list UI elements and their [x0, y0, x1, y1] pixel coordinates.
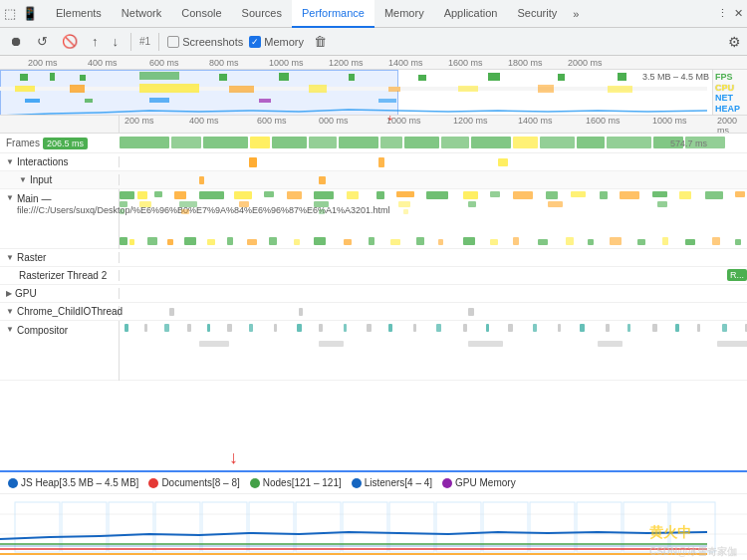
listeners-legend: Listeners[4 – 4]	[352, 477, 432, 488]
svg-rect-121	[299, 308, 303, 316]
settings-icon[interactable]: ✕	[734, 7, 743, 20]
frames-track[interactable]: 574.7 ms	[120, 134, 747, 152]
svg-rect-0	[20, 74, 28, 81]
svg-rect-130	[274, 324, 277, 332]
interactions-row: ▼ Interactions	[0, 153, 747, 171]
svg-rect-16	[309, 85, 327, 93]
interactions-triangle[interactable]: ▼	[6, 157, 14, 166]
svg-rect-39	[577, 137, 605, 148]
svg-rect-96	[269, 237, 277, 245]
main-triangle[interactable]: ▼	[6, 193, 14, 202]
gpu-content[interactable]	[120, 285, 747, 302]
svg-rect-145	[627, 324, 630, 332]
rasterizer-content[interactable]: R...	[120, 267, 747, 284]
svg-rect-71	[735, 191, 745, 197]
screenshots-checkbox-box[interactable]	[167, 36, 179, 48]
input-triangle[interactable]: ▼	[19, 175, 27, 184]
screenshots-checkbox[interactable]: Screenshots	[167, 36, 243, 48]
raster-content[interactable]	[120, 249, 747, 266]
input-content[interactable]	[120, 171, 747, 188]
raster-label: ▼ Raster	[0, 252, 120, 263]
svg-rect-93	[207, 239, 215, 245]
rasterizer-row: Rasterizer Thread 2 R...	[0, 267, 747, 285]
svg-rect-113	[685, 239, 695, 245]
svg-rect-62	[490, 191, 500, 197]
tab-sources[interactable]: Sources	[232, 0, 292, 28]
stop-button[interactable]: 🚫	[58, 32, 82, 51]
upload-button[interactable]: ↑	[88, 32, 103, 51]
overflow-icon[interactable]: ⋮	[717, 7, 728, 20]
svg-rect-56	[314, 191, 334, 199]
tab-bar: ⬚ 📱 Elements Network Console Sources Per…	[0, 0, 747, 28]
gear-icon[interactable]: ⚙	[728, 34, 741, 50]
tab-security[interactable]: Security	[507, 0, 567, 28]
chrome-io-content[interactable]	[120, 303, 747, 320]
svg-rect-34	[404, 137, 439, 148]
svg-rect-118	[120, 270, 747, 282]
trash-button[interactable]: 🗑	[310, 32, 331, 51]
overview-panel[interactable]: 200 ms 400 ms 600 ms 800 ms 1000 ms 1200…	[0, 56, 747, 116]
compositor-content[interactable]	[120, 321, 747, 380]
detail-tick-1200: 1200 ms	[453, 116, 488, 126]
svg-rect-99	[344, 239, 352, 245]
raster-text: Raster	[17, 252, 46, 263]
memory-chart[interactable]: 黄火中 CSDN@冰雪奇家伽	[0, 494, 747, 559]
svg-rect-103	[438, 239, 443, 245]
svg-rect-80	[468, 201, 476, 207]
tab-elements[interactable]: Elements	[46, 0, 112, 28]
compositor-triangle[interactable]: ▼	[6, 325, 14, 334]
detail-tick-1600: 1600 ms	[586, 116, 621, 126]
reload-button[interactable]: ↺	[33, 32, 52, 51]
fps-label: FPS	[715, 72, 745, 82]
svg-rect-13	[70, 85, 85, 93]
separator-2	[158, 33, 159, 51]
separator-1	[130, 33, 131, 51]
svg-rect-26	[120, 137, 169, 148]
listeners-dot	[352, 478, 362, 488]
raster-triangle[interactable]: ▼	[6, 253, 14, 262]
svg-rect-124	[144, 324, 147, 332]
tick-1200ms: 1200 ms	[329, 58, 364, 68]
chrome-io-triangle[interactable]: ▼	[6, 307, 14, 316]
svg-rect-23	[149, 98, 169, 103]
frames-text: Frames	[6, 138, 40, 148]
chrome-io-label: ▼ Chrome_ChildIOThread	[0, 306, 120, 317]
record-button[interactable]: ⏺	[6, 32, 27, 51]
main-content: 200 ms 400 ms 600 ms 800 ms 1000 ms 1200…	[0, 56, 747, 560]
svg-rect-114	[712, 237, 720, 245]
svg-rect-74	[120, 201, 127, 207]
svg-rect-137	[436, 324, 441, 332]
memory-checkbox[interactable]: ✓ Memory	[249, 36, 304, 48]
memory-checkbox-box[interactable]: ✓	[249, 36, 261, 48]
svg-rect-105	[490, 239, 498, 245]
tick-1000ms: 1000 ms	[269, 58, 304, 68]
overview-ruler: 200 ms 400 ms 600 ms 800 ms 1000 ms 1200…	[0, 56, 747, 70]
tab-network[interactable]: Network	[112, 0, 171, 28]
tab-console[interactable]: Console	[171, 0, 231, 28]
svg-rect-149	[722, 324, 727, 332]
raster-row: ▼ Raster	[0, 249, 747, 267]
heap-range-label: 3.5 MB – 4.5 MB	[642, 72, 709, 82]
svg-rect-141	[533, 324, 537, 332]
svg-rect-59	[396, 191, 414, 197]
svg-rect-111	[637, 239, 645, 245]
overview-tracks: 3.5 MB – 4.5 MB FPS CPU NET HEAP	[0, 70, 747, 116]
device-icon[interactable]: 📱	[22, 6, 38, 21]
svg-rect-64	[546, 191, 558, 199]
download-button[interactable]: ↓	[109, 32, 124, 51]
main-content[interactable]	[120, 189, 747, 248]
gpu-triangle[interactable]: ▶	[6, 289, 12, 298]
inspect-icon[interactable]: ⬚	[4, 6, 16, 21]
tab-more[interactable]: »	[567, 4, 585, 24]
track-section[interactable]: ▼ Interactions ▼ Input	[0, 153, 747, 470]
tab-memory[interactable]: Memory	[374, 0, 434, 28]
red-arrow-1: ↑	[386, 116, 394, 126]
tab-application[interactable]: Application	[434, 0, 508, 28]
rasterizer-text: Rasterizer Thread 2	[19, 270, 107, 281]
tab-performance[interactable]: Performance	[292, 0, 374, 28]
interactions-content[interactable]	[120, 153, 747, 170]
svg-rect-77	[239, 201, 249, 207]
listeners-legend-label: Listeners[4 – 4]	[365, 477, 432, 488]
detail-tick-600: 600 ms	[257, 116, 287, 126]
heap-track	[0, 106, 747, 116]
